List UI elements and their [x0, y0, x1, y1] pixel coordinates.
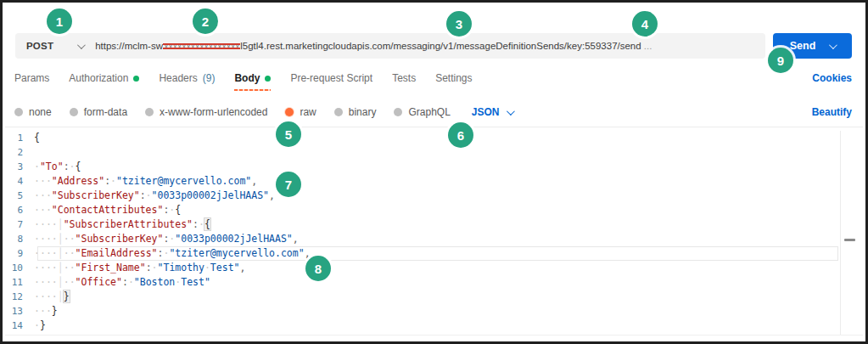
line-number: 1 — [5, 131, 34, 145]
code-text: ···"SubscriberKey":·"0033p00002jJelHAAS"… — [34, 189, 275, 203]
code-text: ·} — [34, 319, 46, 333]
radio-icon[interactable] — [14, 108, 23, 116]
code-line[interactable]: 5···"SubscriberKey":·"0033p00002jJelHAAS… — [5, 189, 840, 203]
annotation-badge-5: 5 — [276, 121, 301, 147]
code-line[interactable]: 14·} — [5, 319, 840, 333]
mode-label: none — [29, 106, 52, 118]
code-line[interactable]: 1{ — [5, 131, 840, 145]
radio-icon[interactable] — [145, 108, 154, 116]
code-text: ····│··"Office":·"Boston·Test" — [34, 275, 210, 290]
line-number: 5 — [5, 189, 34, 203]
code-text: ···} — [34, 304, 58, 319]
tab-label: Tests — [392, 72, 416, 84]
radio-icon[interactable] — [334, 108, 343, 116]
cookies-link[interactable]: Cookies — [812, 72, 852, 84]
headers-count: (9) — [203, 72, 216, 84]
code-text: ···"ContactAttributes":·{ — [34, 203, 181, 217]
method-selector[interactable]: POST — [15, 33, 95, 59]
code-text: ····│} — [34, 290, 70, 304]
annotation-badge-1: 1 — [47, 8, 72, 34]
annotation-badge-7: 7 — [276, 172, 301, 197]
code-line[interactable]: 6···"ContactAttributes":·{ — [5, 203, 840, 217]
tab-label: Pre-request Script — [290, 72, 372, 84]
code-line[interactable]: 2 — [5, 145, 840, 160]
annotation-badge-6: 6 — [448, 122, 473, 148]
url-ellipsis: ... — [641, 41, 652, 51]
line-number: 2 — [5, 145, 34, 160]
tab-params[interactable]: Params — [14, 72, 49, 90]
tab-label: Params — [14, 72, 49, 84]
url-suffix: l5gtl4.rest.marketingcloudapis.com/messa… — [240, 41, 641, 51]
code-line[interactable]: 12····│} — [5, 290, 840, 304]
line-number: 8 — [5, 232, 34, 246]
code-line[interactable]: 4···"Address":·"tziter@mycervello.com", — [5, 174, 840, 189]
mode-none[interactable]: none — [14, 106, 52, 118]
postman-request-window: POST https://mclm-swxxxxxxxxxxxxxxxxxl5g… — [0, 0, 868, 344]
radio-icon[interactable] — [394, 108, 402, 116]
code-text: ····│··"SubscriberKey":·"0033p00002jJelH… — [34, 232, 299, 246]
mode-label: x-www-form-urlencoded — [160, 106, 267, 118]
content-type-selector[interactable]: JSON — [472, 106, 512, 118]
code-text: ····│··"First_Name":·"Timothy·Test", — [34, 261, 245, 275]
annotation-badge-2: 2 — [193, 8, 218, 34]
radio-icon[interactable] — [70, 108, 78, 116]
code-text: ····│··"EmailAddress":·"tziter@mycervell… — [34, 246, 311, 261]
annotation-badge-3: 3 — [446, 11, 472, 37]
body-mode-row: none form-data x-www-form-urlencoded raw… — [14, 104, 852, 121]
green-status-dot-icon — [133, 76, 139, 82]
content-type-label: JSON — [472, 106, 500, 118]
mode-label: GraphQL — [408, 106, 450, 118]
code-area[interactable]: 1{23·"To":·{4···"Address":·"tziter@mycer… — [5, 131, 841, 335]
method-label: POST — [26, 41, 53, 51]
annotation-badge-4: 4 — [632, 11, 658, 37]
mode-raw[interactable]: raw — [285, 106, 316, 118]
redacted-url-segment: xxxxxxxxxxxxxxxxx — [163, 41, 240, 51]
beautify-link[interactable]: Beautify — [812, 106, 852, 118]
code-line[interactable]: 10····│··"First_Name":·"Timothy·Test", — [5, 261, 840, 275]
code-text: ····│"SubscriberAttributes":·{ — [34, 217, 210, 232]
divider — [5, 127, 863, 127]
mode-label: binary — [349, 106, 377, 118]
line-number: 6 — [5, 203, 34, 217]
tab-pre-request-script[interactable]: Pre-request Script — [290, 72, 372, 90]
scrollbar-thumb[interactable] — [844, 239, 855, 241]
mode-graphql[interactable]: GraphQL — [394, 106, 450, 118]
mode-x-www-form-urlencoded[interactable]: x-www-form-urlencoded — [145, 106, 267, 118]
url-input[interactable]: https://mclm-swxxxxxxxxxxxxxxxxxl5gtl4.r… — [95, 41, 765, 51]
radio-selected-icon[interactable] — [285, 108, 294, 116]
mode-binary[interactable]: binary — [334, 106, 377, 118]
code-line[interactable]: 7····│"SubscriberAttributes":·{ — [5, 217, 840, 232]
tab-tests[interactable]: Tests — [392, 72, 416, 90]
request-url-row: POST https://mclm-swxxxxxxxxxxxxxxxxxl5g… — [15, 33, 852, 59]
green-status-dot-icon — [265, 76, 271, 82]
mode-label: form-data — [84, 106, 127, 118]
code-line[interactable]: 11····│··"Office":·"Boston·Test" — [5, 275, 840, 290]
tab-settings[interactable]: Settings — [435, 72, 472, 90]
tab-authorization[interactable]: Authorization — [69, 72, 139, 90]
code-line[interactable]: 3·"To":·{ — [5, 160, 840, 174]
annotation-badge-9: 9 — [768, 48, 793, 73]
send-options-chevron-icon[interactable] — [829, 41, 837, 49]
tab-label: Headers — [159, 72, 197, 84]
line-number: 3 — [5, 160, 34, 174]
line-number: 9 — [5, 246, 34, 261]
tab-headers[interactable]: Headers(9) — [159, 72, 215, 90]
tab-label: Authorization — [69, 72, 128, 84]
mode-form-data[interactable]: form-data — [70, 106, 127, 118]
line-number: 4 — [5, 174, 34, 189]
code-line[interactable]: 8····│··"SubscriberKey":·"0033p00002jJel… — [5, 232, 840, 246]
request-tabs: Params Authorization Headers(9) Body Pre… — [14, 72, 852, 93]
send-button-label: Send — [790, 40, 816, 52]
body-code-editor[interactable]: 1{23·"To":·{4···"Address":·"tziter@mycer… — [5, 131, 863, 336]
code-line[interactable]: 9····│··"EmailAddress":·"tziter@mycervel… — [5, 246, 840, 261]
code-text: { — [34, 131, 40, 145]
chevron-down-icon — [506, 107, 514, 116]
line-number: 14 — [5, 319, 34, 333]
chevron-down-icon — [77, 41, 86, 49]
code-line[interactable]: 13···} — [5, 304, 840, 319]
line-number: 12 — [5, 290, 34, 304]
line-number: 13 — [5, 304, 34, 319]
url-bar: POST https://mclm-swxxxxxxxxxxxxxxxxxl5g… — [15, 33, 765, 59]
tab-label: Body — [234, 72, 260, 84]
tab-body[interactable]: Body — [234, 72, 271, 92]
